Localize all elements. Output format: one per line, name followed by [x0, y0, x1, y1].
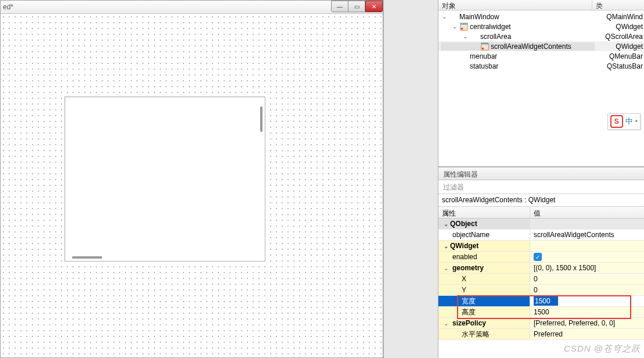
prop-height[interactable]: 高度 1500	[438, 307, 644, 318]
maximize-button[interactable]: ▭	[348, 1, 365, 12]
tree-item-mainwindow[interactable]: ⌄MainWindowQMainWind	[438, 12, 644, 22]
tree-item-menubar[interactable]: menubarQMenuBar	[438, 51, 644, 61]
tree-header: 对象 类	[438, 0, 644, 10]
property-object-line: scrollAreaWidgetContents : QWidget	[438, 194, 644, 207]
chevron-down-icon[interactable]: ⌄	[451, 23, 458, 30]
chevron-down-icon[interactable]: ⌄	[442, 265, 450, 271]
ime-more-icon: •	[635, 117, 638, 126]
width-input[interactable]	[534, 296, 558, 306]
checkbox-checked-icon[interactable]: ✓	[534, 253, 542, 261]
tree-item-label: scrollArea	[480, 33, 511, 41]
tree-item-class: QWidget	[616, 23, 644, 31]
close-button[interactable]: ✕	[365, 1, 383, 12]
tree-item-label: statusbar	[470, 62, 498, 70]
sogou-icon: S	[610, 115, 623, 128]
tree-item-centralwidget[interactable]: ⌄centralwidgetQWidget	[438, 22, 644, 31]
form-design-area[interactable]: ed* — ▭ ✕	[0, 0, 383, 358]
prop-objectname[interactable]: objectName scrollAreaWidgetContents	[438, 230, 644, 241]
prop-x[interactable]: X 0	[438, 274, 644, 285]
prop-sizepolicy[interactable]: ⌄sizePolicy [Preferred, Preferred, 0, 0]	[438, 318, 644, 329]
tree-item-label: menubar	[470, 52, 497, 60]
tree-header-object[interactable]: 对象	[438, 0, 592, 10]
tree-item-label: centralwidget	[470, 23, 511, 31]
ime-indicator[interactable]: S 中 •	[607, 113, 641, 130]
blank-icon	[459, 52, 469, 60]
property-filter-input[interactable]: 过滤器	[438, 180, 644, 194]
vertical-scrollbar[interactable]	[260, 106, 262, 132]
object-inspector: 对象 类 ⌄MainWindowQMainWind⌄centralwidgetQ…	[438, 0, 644, 167]
chevron-down-icon[interactable]: ⌄	[442, 221, 450, 227]
tree-item-class: QWidget	[616, 42, 644, 51]
tree-item-scrollareawidgetcontents[interactable]: scrollAreaWidgetContentsQWidget	[438, 41, 644, 51]
property-rows: ⌄QObject objectName scrollAreaWidgetCont…	[438, 219, 644, 358]
chevron-down-icon[interactable]: ⌄	[462, 33, 469, 40]
prop-geometry[interactable]: ⌄geometry [(0, 0), 1500 x 1500]	[438, 263, 644, 274]
svg-rect-1	[460, 23, 467, 24]
chevron-down-icon[interactable]: ⌄	[441, 13, 448, 20]
property-editor-title: 属性编辑器	[438, 167, 644, 180]
tree-item-label: scrollAreaWidgetContents	[491, 42, 571, 51]
widget-icon	[480, 42, 490, 51]
tree-item-class: QStatusBar	[607, 62, 644, 70]
svg-rect-4	[481, 42, 488, 44]
chevron-down-icon[interactable]: ⌄	[442, 243, 450, 249]
blank-icon	[470, 33, 479, 41]
property-header: 属性 值	[438, 207, 644, 219]
object-tree[interactable]: ⌄MainWindowQMainWind⌄centralwidgetQWidge…	[438, 10, 644, 166]
blank-icon	[459, 62, 469, 70]
tree-header-class[interactable]: 类	[592, 0, 606, 10]
prop-y[interactable]: Y 0	[438, 285, 644, 296]
property-header-name[interactable]: 属性	[438, 207, 530, 218]
prop-hpolicy[interactable]: 水平策略 Preferred	[438, 329, 644, 340]
window-titlebar: ed* — ▭ ✕	[1, 1, 383, 14]
ime-mode-label: 中	[625, 116, 633, 127]
prop-enabled[interactable]: enabled ✓	[438, 252, 644, 263]
group-qobject[interactable]: ⌄QObject	[438, 219, 644, 230]
window-title: ed*	[1, 3, 331, 11]
group-qwidget[interactable]: ⌄QWidget	[438, 241, 644, 252]
tree-item-statusbar[interactable]: statusbarQStatusBar	[438, 61, 644, 71]
property-header-value[interactable]: 值	[530, 207, 544, 218]
property-editor: 属性编辑器 过滤器 scrollAreaWidgetContents : QWi…	[438, 167, 644, 358]
chevron-down-icon[interactable]: ⌄	[442, 320, 450, 327]
design-grid[interactable]	[1, 14, 383, 357]
minimize-button[interactable]: —	[331, 1, 348, 12]
widget-icon	[459, 23, 469, 31]
svg-point-5	[482, 47, 484, 49]
prop-width[interactable]: 宽度	[438, 296, 644, 307]
tree-item-class: QMenuBar	[609, 52, 644, 60]
blank-icon	[449, 13, 458, 21]
horizontal-scrollbar[interactable]	[72, 256, 102, 259]
panel-splitter[interactable]	[383, 0, 438, 358]
tree-item-scrollarea[interactable]: ⌄scrollAreaQScrollArea	[438, 31, 644, 41]
tree-item-class: QScrollArea	[605, 33, 644, 41]
tree-item-class: QMainWind	[606, 13, 644, 21]
svg-point-2	[461, 27, 463, 30]
scroll-area-widget[interactable]	[64, 96, 265, 262]
tree-item-label: MainWindow	[459, 13, 499, 21]
